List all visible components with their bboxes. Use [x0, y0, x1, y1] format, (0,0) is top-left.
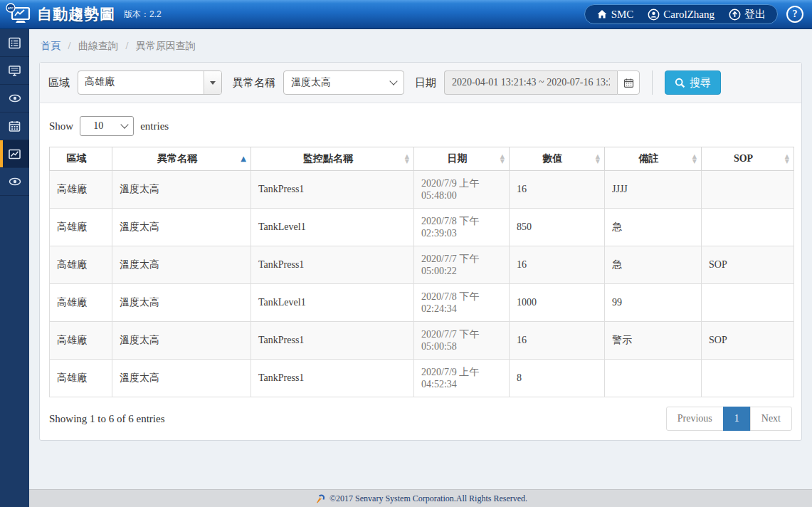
- calendar-picker-button[interactable]: [617, 70, 640, 95]
- previous-page-button[interactable]: Previous: [666, 407, 724, 431]
- table-cell: 溫度太高: [112, 284, 251, 322]
- atc-badge-icon: ATC: [6, 3, 16, 13]
- column-label: SOP: [734, 153, 753, 164]
- column-header-date[interactable]: 日期 ▲▼: [414, 147, 510, 171]
- table-cell: 2020/7/7 下午 05:00:58: [414, 322, 510, 360]
- table-cell: 高雄廠: [50, 322, 112, 360]
- breadcrumb-curve-query: 曲線查詢: [78, 41, 118, 51]
- page-footer: ©2017 Senvary System Corporation.All Rig…: [29, 489, 812, 507]
- table-cell: 1000: [510, 284, 605, 322]
- sort-both-icon: ▲▼: [596, 154, 600, 164]
- table-cell: 溫度太高: [112, 171, 251, 209]
- area-select[interactable]: 高雄廠: [78, 70, 222, 95]
- page-length-select[interactable]: 10: [80, 116, 134, 136]
- table-cell: 高雄廠: [50, 284, 112, 322]
- show-label: Show: [49, 120, 73, 132]
- breadcrumb: 首頁 / 曲線查詢 / 異常原因查詢: [29, 29, 812, 62]
- entries-label: entries: [140, 120, 169, 132]
- query-panel: 區域 高雄廠 異常名稱 溫度太高 日期: [39, 62, 802, 441]
- anomaly-label: 異常名稱: [233, 76, 275, 90]
- logout-icon: [729, 9, 741, 21]
- sidebar-item-calendar[interactable]: [0, 113, 29, 140]
- table-area: Show 10 entries 區域: [40, 103, 801, 440]
- question-mark-icon: ?: [793, 9, 798, 20]
- column-header-sop[interactable]: SOP ▲▼: [702, 147, 794, 171]
- table-cell: TankPress1: [251, 171, 414, 209]
- breadcrumb-separator: /: [125, 41, 128, 51]
- table-cell: 溫度太高: [112, 209, 251, 246]
- column-label: 數值: [543, 153, 563, 164]
- table-row: 高雄廠溫度太高TankPress12020/7/9 上午 04:52:348: [50, 360, 794, 397]
- eye-icon: [8, 174, 22, 189]
- sidebar-item-list[interactable]: [0, 29, 29, 57]
- page-1-button[interactable]: 1: [723, 407, 751, 431]
- table-row: 高雄廠溫度太高TankPress12020/7/7 下午 05:00:5816警…: [50, 322, 794, 360]
- user-menu[interactable]: CarolZhang: [648, 9, 715, 21]
- date-label: 日期: [415, 76, 436, 90]
- column-header-monitor-point[interactable]: 監控點名稱 ▲▼: [251, 147, 414, 171]
- table-cell: 2020/7/7 下午 05:00:22: [414, 246, 510, 284]
- app-logo: ATC: [7, 4, 31, 25]
- chevron-down-icon: [121, 120, 129, 128]
- logout-button[interactable]: 登出: [729, 8, 766, 21]
- logout-label: 登出: [744, 8, 766, 21]
- list-icon: [8, 36, 21, 50]
- table-cell: 警示: [605, 322, 702, 360]
- area-select-caret[interactable]: [204, 71, 221, 94]
- filter-divider: [652, 70, 653, 95]
- table-row: 高雄廠溫度太高TankPress12020/7/9 上午 05:48:0016J…: [50, 171, 794, 209]
- table-cell: 16: [510, 246, 605, 284]
- table-cell: 16: [510, 171, 605, 209]
- table-cell: JJJJ: [605, 171, 702, 209]
- caret-down-icon: [210, 81, 216, 85]
- column-header-value[interactable]: 數值 ▲▼: [510, 147, 605, 171]
- sidebar-item-monitor[interactable]: [0, 57, 29, 85]
- svg-text:ATC: ATC: [8, 6, 14, 10]
- company-logo-icon: [314, 493, 326, 503]
- breadcrumb-home-link[interactable]: 首頁: [41, 41, 60, 51]
- table-cell: TankPress1: [251, 322, 414, 360]
- top-navbar: ATC 自動趨勢圖 版本：2.2 SMC CarolZhang: [0, 0, 812, 29]
- table-cell: TankLevel1: [251, 209, 414, 246]
- sidebar-item-view[interactable]: [0, 85, 29, 113]
- column-header-area[interactable]: 區域: [50, 147, 112, 171]
- anomaly-table: 區域 異常名稱 ▲ 監控點名稱 ▲▼ 日期 ▲▼: [49, 147, 794, 397]
- eye-icon: [8, 91, 22, 105]
- next-page-button[interactable]: Next: [750, 407, 792, 431]
- column-label: 區域: [67, 153, 87, 164]
- table-cell: 2020/7/8 下午 02:24:34: [414, 284, 510, 322]
- copyright-text: ©2017 Senvary System Corporation.All Rig…: [329, 493, 527, 504]
- column-label: 監控點名稱: [303, 153, 353, 164]
- table-cell: 溫度太高: [112, 360, 251, 397]
- home-link-label: SMC: [611, 9, 634, 21]
- search-button[interactable]: 搜尋: [665, 70, 721, 95]
- table-cell: 16: [510, 322, 605, 360]
- main-content: 首頁 / 曲線查詢 / 異常原因查詢 區域 高雄廠 異常名稱 溫度太高 日期: [29, 29, 812, 507]
- calendar-icon: [8, 120, 21, 133]
- search-button-label: 搜尋: [690, 76, 711, 90]
- home-smc-link[interactable]: SMC: [596, 9, 634, 21]
- date-range-input[interactable]: [444, 70, 617, 95]
- user-icon: [648, 9, 660, 21]
- table-body: 高雄廠溫度太高TankPress12020/7/9 上午 05:48:0016J…: [50, 171, 794, 397]
- table-cell: [702, 284, 794, 322]
- showing-entries-info: Showing 1 to 6 of 6 entries: [49, 413, 165, 425]
- table-row: 高雄廠溫度太高TankLevel12020/7/8 下午 02:39:03850…: [50, 209, 794, 246]
- navbar-user-pill: SMC CarolZhang 登出: [584, 4, 778, 24]
- column-header-anomaly[interactable]: 異常名稱 ▲: [112, 147, 251, 171]
- calendar-icon: [623, 78, 634, 88]
- sidebar-item-trend-chart[interactable]: [0, 140, 29, 168]
- table-cell: 8: [510, 360, 605, 397]
- sidebar-item-watch[interactable]: [0, 168, 29, 196]
- table-cell: [605, 360, 702, 397]
- column-header-note[interactable]: 備註 ▲▼: [605, 147, 702, 171]
- table-header-row: 區域 異常名稱 ▲ 監控點名稱 ▲▼ 日期 ▲▼: [50, 147, 794, 171]
- date-range-group: [444, 70, 640, 95]
- breadcrumb-current-page: 異常原因查詢: [136, 41, 196, 51]
- help-button[interactable]: ?: [786, 6, 803, 23]
- anomaly-select[interactable]: 溫度太高: [283, 70, 404, 95]
- table-cell: 99: [605, 284, 702, 322]
- chevron-down-icon: [389, 77, 397, 85]
- table-cell: [702, 360, 794, 397]
- table-cell: 急: [605, 246, 702, 284]
